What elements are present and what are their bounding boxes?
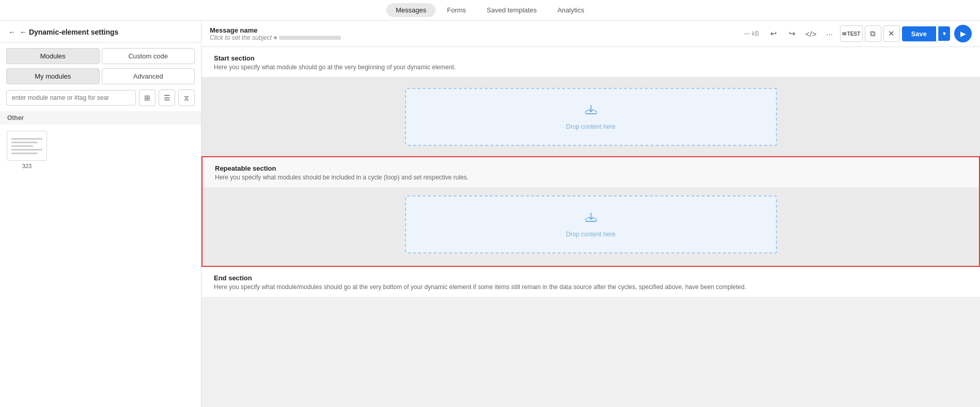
more-button[interactable]: ··· — [821, 25, 838, 42]
back-icon[interactable]: ← — [8, 28, 15, 36]
repeatable-drop-label: Drop content here — [566, 231, 615, 238]
list-item[interactable]: 323 — [6, 131, 48, 169]
search-input[interactable] — [6, 90, 136, 105]
subject-bar — [279, 36, 341, 40]
start-section-title: Start section — [214, 54, 968, 62]
start-section-desc: Here you specify what module should go a… — [214, 64, 968, 71]
grid-view-button[interactable]: ⊞ — [139, 89, 155, 106]
chevron-down-icon: ▾ — [943, 30, 946, 37]
close-button[interactable]: ✕ — [883, 25, 900, 42]
subject-dot — [274, 36, 277, 39]
module-grid: 323 — [0, 125, 201, 175]
end-section-desc: Here you specify what module/modules sho… — [214, 283, 968, 291]
play-icon: ▶ — [960, 29, 966, 38]
repeatable-drop-icon — [584, 211, 598, 227]
tab-saved-templates[interactable]: Saved templates — [477, 3, 546, 17]
save-button[interactable]: Save — [902, 26, 936, 41]
sidebar-title: ← Dynamic-element settings — [20, 28, 118, 36]
subject-italic-label: Click to set the subject — [210, 34, 272, 41]
repeatable-drop-zone[interactable]: Drop content here — [405, 195, 777, 253]
module-label: 323 — [22, 163, 32, 169]
code-button[interactable]: </> — [803, 25, 819, 42]
repeatable-section-title: Repeatable section — [215, 164, 967, 172]
filter-icon: ⧖ — [184, 94, 189, 102]
test-button[interactable]: ✉ TEST — [840, 25, 863, 42]
tab-forms[interactable]: Forms — [438, 3, 475, 17]
main-layout: ← ← Dynamic-element settings Modules Cus… — [0, 21, 980, 407]
start-drop-zone[interactable]: Drop content here — [405, 88, 777, 146]
start-drop-label: Drop content here — [566, 123, 615, 130]
grid-icon: ⊞ — [144, 94, 150, 102]
list-icon: ☰ — [164, 94, 170, 102]
subtab-advanced[interactable]: Advanced — [102, 68, 195, 84]
test-label: TEST — [847, 31, 861, 37]
drop-icon — [584, 103, 598, 119]
search-row: ⊞ ☰ ⧖ — [0, 89, 201, 111]
filter-button[interactable]: ⧖ — [178, 89, 195, 106]
sidebar-tab-group: Modules Custom code — [0, 43, 201, 68]
repeatable-section: Repeatable section Here you specify what… — [201, 156, 980, 267]
repeatable-section-header: Repeatable section Here you specify what… — [203, 157, 979, 187]
end-section: End section Here you specify what module… — [201, 267, 980, 297]
repeatable-drop-zone-wrapper: Drop content here — [203, 187, 979, 266]
sidebar-subtab-group: My modules Advanced — [0, 68, 201, 89]
tab-modules[interactable]: Modules — [6, 48, 100, 64]
sidebar: ← ← Dynamic-element settings Modules Cus… — [0, 21, 201, 407]
top-navigation: Messages Forms Saved templates Analytics — [0, 0, 980, 21]
message-name-block: Message name Click to set the subject — [210, 26, 740, 41]
top-toolbar: Message name Click to set the subject — … — [201, 21, 980, 47]
undo-button[interactable]: ↩ — [766, 25, 782, 42]
redo-button[interactable]: ↪ — [784, 25, 801, 42]
list-view-button[interactable]: ☰ — [159, 89, 175, 106]
message-subject[interactable]: Click to set the subject — [210, 34, 740, 41]
message-name-label: Message name — [210, 26, 740, 34]
tab-analytics[interactable]: Analytics — [548, 3, 594, 17]
repeatable-section-desc: Here you specify what modules should be … — [215, 174, 967, 181]
subtab-my-modules[interactable]: My modules — [6, 68, 100, 84]
duplicate-button[interactable]: ⧉ — [865, 25, 881, 42]
sidebar-header: ← ← Dynamic-element settings — [0, 21, 201, 43]
toolbar-actions: ↩ ↪ </> ··· ✉ TEST ⧉ ✕ Save ▾ ▶ — [766, 25, 972, 42]
modules-section-label: Other — [0, 111, 201, 125]
content-area: Message name Click to set the subject — … — [201, 21, 980, 407]
tab-messages[interactable]: Messages — [386, 3, 435, 17]
kb-label: — kB — [744, 30, 759, 37]
envelope-icon: ✉ — [842, 31, 846, 37]
end-section-title: End section — [214, 274, 968, 282]
tab-custom-code[interactable]: Custom code — [102, 48, 195, 64]
start-section-header: Start section Here you specify what modu… — [201, 47, 980, 78]
save-dropdown-button[interactable]: ▾ — [938, 26, 950, 41]
module-thumbnail — [7, 131, 47, 161]
start-drop-zone-wrapper: Drop content here — [201, 78, 980, 156]
content-inner: Start section Here you specify what modu… — [201, 47, 980, 297]
play-button[interactable]: ▶ — [954, 25, 972, 42]
